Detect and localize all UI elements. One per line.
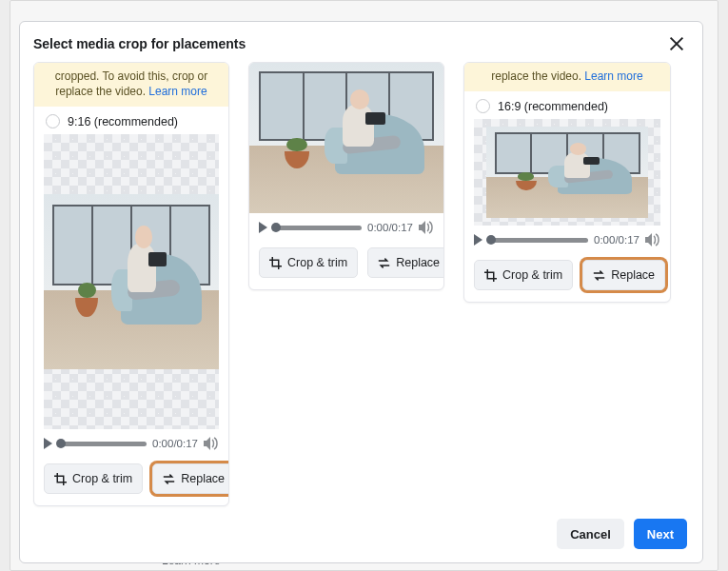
replace-button[interactable]: Replace [152, 463, 229, 494]
learn-more-link[interactable]: Learn more [584, 69, 642, 83]
placement-card-9-16: cropped. To avoid this, crop or replace … [33, 62, 229, 506]
time-display: 0:00/0:17 [594, 234, 639, 246]
seek-slider[interactable] [273, 226, 362, 230]
video-thumbnail [44, 194, 219, 369]
aspect-ratio-option[interactable]: 16:9 (recommended) [464, 91, 670, 119]
replace-button[interactable]: Replace [582, 260, 665, 290]
crop-trim-button[interactable]: Crop & trim [44, 463, 143, 494]
radio-unchecked-icon [46, 114, 60, 128]
seek-slider[interactable] [488, 238, 588, 243]
seek-slider[interactable] [58, 442, 147, 446]
card-actions: Crop & trim Replace [464, 252, 670, 302]
placement-card-16-9: replace the video. Learn more 16:9 (reco… [463, 62, 671, 303]
volume-icon[interactable] [419, 221, 434, 234]
time-display: 0:00/0:17 [152, 438, 198, 449]
warning-banner: cropped. To avoid this, crop or replace … [34, 63, 228, 107]
play-icon[interactable] [474, 234, 482, 246]
video-preview-9-16 [44, 134, 219, 429]
crop-icon [484, 269, 497, 282]
modal-header: Select media crop for placements [20, 22, 702, 62]
crop-trim-button[interactable]: Crop & trim [474, 260, 573, 290]
cancel-button[interactable]: Cancel [557, 519, 624, 549]
crop-icon [54, 473, 67, 485]
next-button[interactable]: Next [634, 519, 687, 549]
video-controls: 0:00/0:17 [34, 429, 228, 456]
aspect-ratio-option[interactable]: 9:16 (recommended) [34, 107, 228, 134]
replace-icon [378, 257, 390, 269]
video-preview-16-9 [474, 119, 660, 226]
card-actions: Crop & trim Replace [249, 240, 443, 289]
radio-unchecked-icon [476, 99, 490, 113]
video-thumbnail [249, 63, 443, 213]
crop-icon [269, 257, 282, 269]
close-icon[interactable] [668, 35, 685, 52]
crop-trim-label: Crop & trim [287, 256, 347, 269]
ratio-label: 9:16 (recommended) [68, 115, 178, 128]
replace-button[interactable]: Replace [367, 247, 444, 278]
video-controls: 0:00/0:17 [249, 213, 443, 240]
replace-label: Replace [181, 472, 225, 485]
placement-card-middle: 0:00/0:17 Crop & trim Replace [248, 62, 444, 290]
video-controls: 0:00/0:17 [464, 226, 670, 252]
warning-banner: replace the video. Learn more [464, 63, 670, 91]
video-preview [249, 63, 443, 213]
replace-icon [163, 473, 175, 485]
replace-label: Replace [611, 268, 655, 282]
ratio-label: 16:9 (recommended) [498, 100, 608, 113]
play-icon[interactable] [259, 222, 267, 233]
crop-trim-label: Crop & trim [72, 472, 132, 485]
modal-body: cropped. To avoid this, crop or replace … [20, 62, 702, 509]
modal-title: Select media crop for placements [33, 36, 246, 51]
card-actions: Crop & trim Replace [34, 456, 228, 505]
replace-icon [593, 269, 605, 282]
time-display: 0:00/0:17 [367, 222, 413, 233]
replace-label: Replace [396, 256, 440, 269]
learn-more-link[interactable]: Learn more [148, 85, 207, 98]
volume-icon[interactable] [645, 233, 660, 246]
crop-trim-label: Crop & trim [502, 268, 562, 282]
crop-trim-button[interactable]: Crop & trim [259, 247, 358, 278]
warning-text: replace the video. [491, 69, 581, 83]
modal-footer: Cancel Next [20, 509, 702, 562]
play-icon[interactable] [44, 438, 52, 449]
video-thumbnail [486, 127, 648, 218]
media-crop-modal: Select media crop for placements cropped… [19, 21, 703, 563]
volume-icon[interactable] [204, 437, 219, 450]
